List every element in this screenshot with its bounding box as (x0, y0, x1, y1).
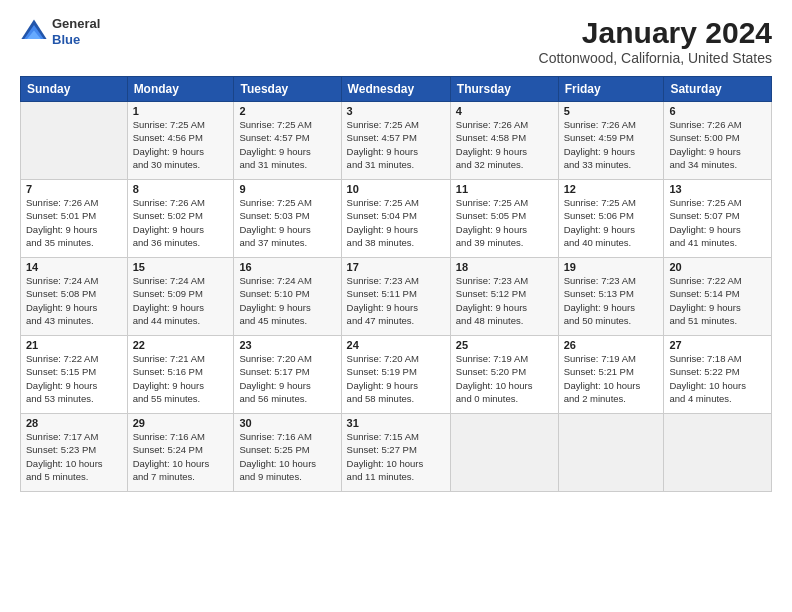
calendar-cell: 21Sunrise: 7:22 AM Sunset: 5:15 PM Dayli… (21, 336, 128, 414)
header: General Blue January 2024 Cottonwood, Ca… (20, 16, 772, 66)
week-row-1: 1Sunrise: 7:25 AM Sunset: 4:56 PM Daylig… (21, 102, 772, 180)
day-header-sunday: Sunday (21, 77, 128, 102)
calendar-cell: 13Sunrise: 7:25 AM Sunset: 5:07 PM Dayli… (664, 180, 772, 258)
day-info: Sunrise: 7:24 AM Sunset: 5:09 PM Dayligh… (133, 274, 229, 327)
day-number: 16 (239, 261, 335, 273)
header-row: SundayMondayTuesdayWednesdayThursdayFrid… (21, 77, 772, 102)
calendar-cell: 3Sunrise: 7:25 AM Sunset: 4:57 PM Daylig… (341, 102, 450, 180)
calendar-cell (21, 102, 128, 180)
day-info: Sunrise: 7:25 AM Sunset: 4:57 PM Dayligh… (239, 118, 335, 171)
week-row-3: 14Sunrise: 7:24 AM Sunset: 5:08 PM Dayli… (21, 258, 772, 336)
calendar-cell: 8Sunrise: 7:26 AM Sunset: 5:02 PM Daylig… (127, 180, 234, 258)
day-number: 19 (564, 261, 659, 273)
calendar-cell (664, 414, 772, 492)
logo: General Blue (20, 16, 100, 47)
logo-text: General Blue (52, 16, 100, 47)
day-info: Sunrise: 7:21 AM Sunset: 5:16 PM Dayligh… (133, 352, 229, 405)
day-header-friday: Friday (558, 77, 664, 102)
calendar-cell (450, 414, 558, 492)
day-info: Sunrise: 7:25 AM Sunset: 5:05 PM Dayligh… (456, 196, 553, 249)
day-info: Sunrise: 7:25 AM Sunset: 4:56 PM Dayligh… (133, 118, 229, 171)
calendar-header: SundayMondayTuesdayWednesdayThursdayFrid… (21, 77, 772, 102)
day-number: 13 (669, 183, 766, 195)
day-number: 4 (456, 105, 553, 117)
day-info: Sunrise: 7:20 AM Sunset: 5:19 PM Dayligh… (347, 352, 445, 405)
day-info: Sunrise: 7:25 AM Sunset: 5:04 PM Dayligh… (347, 196, 445, 249)
subtitle: Cottonwood, California, United States (539, 50, 772, 66)
calendar-cell: 26Sunrise: 7:19 AM Sunset: 5:21 PM Dayli… (558, 336, 664, 414)
day-info: Sunrise: 7:19 AM Sunset: 5:20 PM Dayligh… (456, 352, 553, 405)
week-row-2: 7Sunrise: 7:26 AM Sunset: 5:01 PM Daylig… (21, 180, 772, 258)
calendar-cell: 9Sunrise: 7:25 AM Sunset: 5:03 PM Daylig… (234, 180, 341, 258)
calendar-body: 1Sunrise: 7:25 AM Sunset: 4:56 PM Daylig… (21, 102, 772, 492)
page: General Blue January 2024 Cottonwood, Ca… (0, 0, 792, 612)
calendar-cell: 25Sunrise: 7:19 AM Sunset: 5:20 PM Dayli… (450, 336, 558, 414)
day-info: Sunrise: 7:25 AM Sunset: 5:06 PM Dayligh… (564, 196, 659, 249)
day-number: 29 (133, 417, 229, 429)
day-number: 1 (133, 105, 229, 117)
day-info: Sunrise: 7:23 AM Sunset: 5:11 PM Dayligh… (347, 274, 445, 327)
day-number: 14 (26, 261, 122, 273)
day-info: Sunrise: 7:16 AM Sunset: 5:24 PM Dayligh… (133, 430, 229, 483)
calendar-cell: 5Sunrise: 7:26 AM Sunset: 4:59 PM Daylig… (558, 102, 664, 180)
day-info: Sunrise: 7:15 AM Sunset: 5:27 PM Dayligh… (347, 430, 445, 483)
day-header-wednesday: Wednesday (341, 77, 450, 102)
calendar-cell: 23Sunrise: 7:20 AM Sunset: 5:17 PM Dayli… (234, 336, 341, 414)
day-number: 28 (26, 417, 122, 429)
calendar-cell: 27Sunrise: 7:18 AM Sunset: 5:22 PM Dayli… (664, 336, 772, 414)
day-info: Sunrise: 7:24 AM Sunset: 5:10 PM Dayligh… (239, 274, 335, 327)
day-info: Sunrise: 7:22 AM Sunset: 5:15 PM Dayligh… (26, 352, 122, 405)
logo-icon (20, 18, 48, 46)
day-number: 20 (669, 261, 766, 273)
day-number: 17 (347, 261, 445, 273)
calendar-cell: 20Sunrise: 7:22 AM Sunset: 5:14 PM Dayli… (664, 258, 772, 336)
day-info: Sunrise: 7:26 AM Sunset: 5:02 PM Dayligh… (133, 196, 229, 249)
day-info: Sunrise: 7:23 AM Sunset: 5:12 PM Dayligh… (456, 274, 553, 327)
calendar-cell: 24Sunrise: 7:20 AM Sunset: 5:19 PM Dayli… (341, 336, 450, 414)
calendar-cell: 7Sunrise: 7:26 AM Sunset: 5:01 PM Daylig… (21, 180, 128, 258)
day-number: 31 (347, 417, 445, 429)
logo-general-label: General (52, 16, 100, 32)
day-number: 6 (669, 105, 766, 117)
day-info: Sunrise: 7:16 AM Sunset: 5:25 PM Dayligh… (239, 430, 335, 483)
day-number: 2 (239, 105, 335, 117)
day-number: 10 (347, 183, 445, 195)
day-info: Sunrise: 7:26 AM Sunset: 4:58 PM Dayligh… (456, 118, 553, 171)
day-info: Sunrise: 7:25 AM Sunset: 5:07 PM Dayligh… (669, 196, 766, 249)
day-number: 5 (564, 105, 659, 117)
day-header-saturday: Saturday (664, 77, 772, 102)
day-number: 7 (26, 183, 122, 195)
day-number: 21 (26, 339, 122, 351)
calendar-cell: 19Sunrise: 7:23 AM Sunset: 5:13 PM Dayli… (558, 258, 664, 336)
day-info: Sunrise: 7:25 AM Sunset: 5:03 PM Dayligh… (239, 196, 335, 249)
calendar-cell: 10Sunrise: 7:25 AM Sunset: 5:04 PM Dayli… (341, 180, 450, 258)
day-info: Sunrise: 7:22 AM Sunset: 5:14 PM Dayligh… (669, 274, 766, 327)
calendar-cell: 1Sunrise: 7:25 AM Sunset: 4:56 PM Daylig… (127, 102, 234, 180)
calendar-cell: 18Sunrise: 7:23 AM Sunset: 5:12 PM Dayli… (450, 258, 558, 336)
day-header-monday: Monday (127, 77, 234, 102)
day-info: Sunrise: 7:26 AM Sunset: 5:00 PM Dayligh… (669, 118, 766, 171)
calendar-cell (558, 414, 664, 492)
day-number: 23 (239, 339, 335, 351)
week-row-5: 28Sunrise: 7:17 AM Sunset: 5:23 PM Dayli… (21, 414, 772, 492)
day-info: Sunrise: 7:25 AM Sunset: 4:57 PM Dayligh… (347, 118, 445, 171)
calendar-cell: 22Sunrise: 7:21 AM Sunset: 5:16 PM Dayli… (127, 336, 234, 414)
day-number: 15 (133, 261, 229, 273)
calendar-cell: 12Sunrise: 7:25 AM Sunset: 5:06 PM Dayli… (558, 180, 664, 258)
day-number: 3 (347, 105, 445, 117)
day-info: Sunrise: 7:26 AM Sunset: 5:01 PM Dayligh… (26, 196, 122, 249)
calendar-cell: 31Sunrise: 7:15 AM Sunset: 5:27 PM Dayli… (341, 414, 450, 492)
day-number: 25 (456, 339, 553, 351)
calendar-cell: 28Sunrise: 7:17 AM Sunset: 5:23 PM Dayli… (21, 414, 128, 492)
week-row-4: 21Sunrise: 7:22 AM Sunset: 5:15 PM Dayli… (21, 336, 772, 414)
day-number: 22 (133, 339, 229, 351)
calendar-cell: 17Sunrise: 7:23 AM Sunset: 5:11 PM Dayli… (341, 258, 450, 336)
day-info: Sunrise: 7:26 AM Sunset: 4:59 PM Dayligh… (564, 118, 659, 171)
day-info: Sunrise: 7:24 AM Sunset: 5:08 PM Dayligh… (26, 274, 122, 327)
logo-blue-label: Blue (52, 32, 100, 48)
day-info: Sunrise: 7:23 AM Sunset: 5:13 PM Dayligh… (564, 274, 659, 327)
day-header-tuesday: Tuesday (234, 77, 341, 102)
day-number: 9 (239, 183, 335, 195)
day-header-thursday: Thursday (450, 77, 558, 102)
day-number: 30 (239, 417, 335, 429)
